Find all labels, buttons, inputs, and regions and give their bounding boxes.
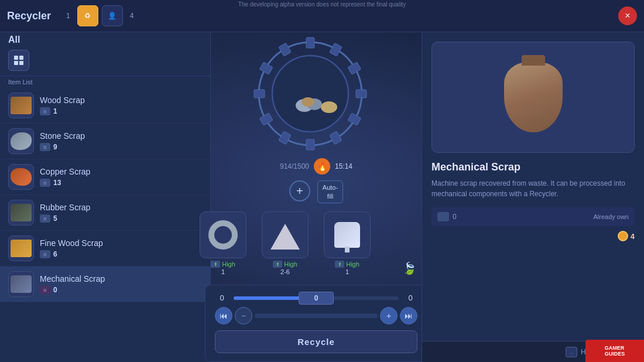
stone-count-num: 9 bbox=[53, 143, 57, 151]
list-item-stone[interactable]: Stone Scrap 9 bbox=[0, 124, 210, 159]
output-item-ring: ⬆ High 1 bbox=[197, 211, 249, 275]
autofill-button[interactable]: Auto- fill bbox=[317, 180, 343, 203]
tab-bar: 1 ♻ 👤 4 bbox=[63, 5, 137, 26]
powder-rate-label: High bbox=[284, 261, 297, 268]
coin-row: 4 bbox=[431, 231, 635, 241]
mech-item-info: Mechanical Scrap 0 bbox=[40, 274, 202, 294]
close-button[interactable]: × bbox=[618, 6, 637, 25]
output-item-powder: ⬆ High 2-6 bbox=[259, 211, 311, 275]
svg-rect-8 bbox=[279, 131, 291, 145]
list-item-copper[interactable]: Copper Scrap 13 bbox=[0, 159, 210, 195]
ring-icon-box bbox=[200, 211, 246, 258]
list-item-finewood[interactable]: Fine Wood Scrap 6 bbox=[0, 231, 210, 267]
autofill-label-line1: Auto- bbox=[323, 184, 338, 191]
grid-view-button[interactable] bbox=[8, 50, 29, 71]
rubber-item-name: Rubber Scrap bbox=[40, 203, 202, 212]
svg-rect-4 bbox=[356, 90, 366, 98]
notice-text: The developing alpha version does not re… bbox=[238, 0, 406, 8]
ring-amount: 1 bbox=[221, 268, 225, 275]
rate-icon-powder: ⬆ bbox=[273, 261, 282, 268]
time-display: 15:14 bbox=[335, 162, 352, 170]
coin-value: 4 bbox=[631, 232, 635, 241]
copper-item-name: Copper Scrap bbox=[40, 167, 202, 176]
autofill-label-line2: fill bbox=[327, 193, 333, 200]
slider-thumb: 0 bbox=[299, 292, 334, 305]
filter-all-label: All bbox=[0, 32, 210, 50]
list-item-mech[interactable]: Mechanical Scrap 0 bbox=[0, 267, 210, 302]
ring-rate: ⬆ High bbox=[211, 261, 235, 268]
rubber-icon bbox=[11, 204, 32, 221]
slider-current-val: 0 bbox=[314, 294, 318, 302]
svg-rect-7 bbox=[306, 139, 314, 150]
recycle-button[interactable]: Recycle bbox=[215, 330, 417, 353]
rubber-count-num: 5 bbox=[53, 214, 57, 223]
svg-rect-5 bbox=[348, 113, 361, 125]
rubber-count-icon bbox=[40, 214, 50, 223]
stone-count-box: 9 bbox=[40, 143, 202, 151]
bolt-icon bbox=[333, 219, 362, 251]
progress-text: 914/1500 bbox=[280, 162, 309, 170]
svg-rect-1 bbox=[306, 37, 314, 48]
finewood-count-icon bbox=[40, 250, 50, 258]
rubber-icon-box bbox=[8, 200, 34, 226]
finewood-icon bbox=[11, 240, 32, 257]
bolt-amount: 1 bbox=[345, 268, 349, 275]
right-panel: Mechanical Scrap Machine scrap recovered… bbox=[422, 32, 644, 362]
add-button[interactable]: + bbox=[289, 180, 310, 202]
finewood-icon-box bbox=[8, 235, 34, 261]
skip-forward-button[interactable]: ⏭ bbox=[400, 307, 417, 325]
list-item-wood[interactable]: Wood Scrap 1 bbox=[0, 88, 210, 124]
coin-icon bbox=[618, 231, 628, 241]
bolt-rate: ⬆ High bbox=[335, 261, 359, 268]
center-panel: 914/1500 🔥 15:14 + Auto- fill ⬆ High 1 bbox=[211, 32, 422, 362]
grid-icon bbox=[14, 56, 23, 65]
kbd-icon: . bbox=[566, 347, 577, 357]
recycler-content bbox=[293, 80, 340, 115]
tab-person[interactable]: 👤 bbox=[102, 5, 123, 26]
tab-number-1: 1 bbox=[63, 9, 74, 22]
detail-owned-row: 0 Already own bbox=[431, 207, 635, 226]
wood-item-info: Wood Scrap 1 bbox=[40, 95, 202, 115]
finewood-count-num: 6 bbox=[53, 250, 57, 258]
top-bar: Recycler 1 ♻ 👤 4 The developing alpha ve… bbox=[0, 0, 644, 32]
recycler-visual bbox=[258, 41, 375, 153]
bolt-icon-box bbox=[324, 211, 371, 258]
owned-count: 0 bbox=[453, 213, 457, 221]
detail-item-title: Mechanical Scrap bbox=[431, 161, 635, 173]
list-item-rubber[interactable]: Rubber Scrap 5 bbox=[0, 195, 210, 231]
wood-count-num: 1 bbox=[53, 107, 57, 115]
wood-item-name: Wood Scrap bbox=[40, 95, 202, 105]
detail-image-box bbox=[431, 42, 635, 153]
owned-left: 0 bbox=[437, 212, 457, 221]
plus-button[interactable]: + bbox=[380, 307, 398, 325]
copper-count-icon bbox=[40, 179, 50, 187]
rubber-count-box: 5 bbox=[40, 214, 202, 223]
finewood-item-name: Fine Wood Scrap bbox=[40, 238, 202, 248]
item-list: Wood Scrap 1 Stone Scrap 9 bbox=[0, 88, 210, 353]
mech-count-icon bbox=[40, 286, 50, 294]
ring-icon bbox=[208, 220, 238, 250]
output-row: ⬆ High 1 ⬆ High 2-6 bbox=[197, 211, 436, 275]
copper-icon-box bbox=[8, 164, 34, 190]
minus-button[interactable]: − bbox=[235, 307, 252, 325]
leaf-icon: 🍃 bbox=[402, 261, 417, 275]
finewood-count-box: 6 bbox=[40, 250, 202, 258]
rate-icon-bolt: ⬆ bbox=[335, 261, 344, 268]
ring-rate-label: High bbox=[222, 261, 235, 268]
tab-recycle[interactable]: ♻ bbox=[77, 5, 98, 26]
left-panel: All Item List Wood Scrap 1 bbox=[0, 32, 211, 362]
powder-icon-box bbox=[262, 211, 309, 258]
action-buttons: + Auto- fill bbox=[289, 180, 343, 203]
mech-count-box: 0 bbox=[40, 286, 202, 294]
slider-max-val: 0 bbox=[403, 293, 417, 302]
slider-row: 0 0 0 bbox=[215, 293, 417, 302]
tab-number-4: 4 bbox=[126, 9, 138, 22]
svg-rect-6 bbox=[330, 131, 342, 145]
slider-track[interactable]: 0 bbox=[234, 296, 399, 300]
ctrl-track bbox=[255, 313, 378, 318]
rate-icon-ring: ⬆ bbox=[211, 261, 220, 268]
item-list-label: Item List bbox=[0, 76, 210, 88]
powder-icon bbox=[270, 220, 300, 250]
flame-icon: 🔥 bbox=[314, 158, 330, 175]
skip-back-button[interactable]: ⏮ bbox=[215, 307, 232, 325]
